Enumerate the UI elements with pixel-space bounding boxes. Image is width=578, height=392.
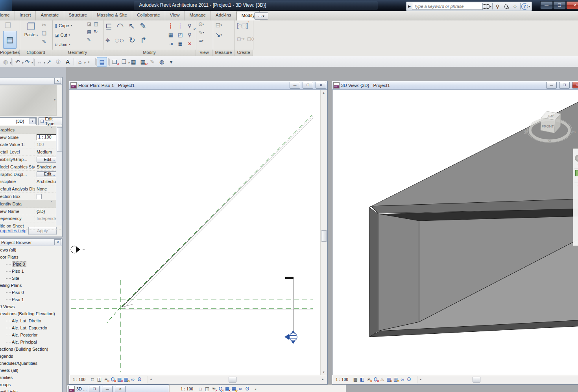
3d-canvas[interactable]: S E W TOP FRONT ✕ ▾ xyxy=(332,90,578,375)
horizontal-scrollbar[interactable]: ◂ ▸ xyxy=(148,376,326,383)
horizontal-scrollbar[interactable]: ◂ ▸ xyxy=(417,376,578,383)
browser-item[interactable]: Piso 1 xyxy=(0,296,62,303)
restore-button[interactable]: ❐ xyxy=(553,1,566,9)
browser-item[interactable]: Legends xyxy=(0,353,62,360)
property-row[interactable]: View Name {3D} ˆ xyxy=(0,208,62,215)
qat-icon[interactable]: ▾ xyxy=(72,57,75,66)
modify-tool-icon[interactable]: ◌○ xyxy=(114,35,124,45)
qat-icon[interactable]: ❐▾ xyxy=(119,57,129,66)
geometry-icon[interactable]: ◪ xyxy=(87,21,91,27)
panel-label[interactable]: Geometry xyxy=(52,50,103,56)
browser-item[interactable]: Alç. Principal xyxy=(0,338,62,346)
geometry-icon[interactable]: ▤ xyxy=(87,29,91,35)
clipboard-icon[interactable]: ✎ xyxy=(42,39,46,44)
create-tool-icon[interactable]: ▢◇ xyxy=(247,36,255,41)
qat-icon[interactable]: ✎▾ xyxy=(148,57,157,66)
view-control-icon[interactable]: Q✕ xyxy=(109,376,116,383)
panel-label[interactable]: Measure xyxy=(213,50,235,56)
minimize-button[interactable]: — xyxy=(290,82,300,89)
scroll-up-icon[interactable]: ▴ xyxy=(321,90,327,96)
close-button[interactable]: ✕ xyxy=(115,386,126,392)
modify-tool-icon[interactable]: ┆ xyxy=(175,21,185,30)
qat-icon[interactable]: ▦▾ xyxy=(129,57,138,66)
qat-icon[interactable]: ❏✕▾ xyxy=(110,57,119,66)
geometry-icon[interactable]: ↻ xyxy=(94,29,98,35)
search-icon[interactable]: ▾ xyxy=(483,3,491,10)
panel-label[interactable]: View xyxy=(196,50,213,56)
view-control-icon[interactable]: ▦✕ xyxy=(116,376,123,383)
modify-tool-icon[interactable]: ◠ xyxy=(117,21,124,31)
chevron-down-icon[interactable]: ▾ xyxy=(30,118,36,124)
restore-button[interactable]: ❐ xyxy=(303,82,313,89)
view-control-icon[interactable]: ∞ xyxy=(237,386,244,392)
close-icon[interactable]: ✕ xyxy=(54,239,61,245)
browser-item[interactable]: Floor Plans xyxy=(0,253,62,261)
checkbox[interactable] xyxy=(37,194,42,199)
minimized-window-titlebar[interactable]: RVT 3D ... ❐ — ✕ xyxy=(67,385,169,392)
property-row[interactable]: Title on Sheet ˆ xyxy=(0,222,62,230)
browser-item[interactable]: Sections (Building Section) xyxy=(0,346,62,353)
project-browser-header[interactable]: Project Browser ✕ xyxy=(0,239,62,246)
scroll-left-icon[interactable]: ◂ xyxy=(255,387,256,391)
search-input[interactable] xyxy=(412,3,483,10)
subscription-key-icon[interactable]: ⚲ xyxy=(493,3,502,10)
cope-button[interactable]: ][ Cope▾ xyxy=(55,21,72,30)
ribbon-tab[interactable]: View xyxy=(165,11,185,20)
view-scale[interactable]: 1 : 100 xyxy=(181,386,193,391)
maximize-button[interactable]: — xyxy=(102,386,113,392)
vertical-scrollbar[interactable]: ▴ ▾ xyxy=(320,90,327,375)
measure-tool-icon[interactable]: ↘▾ xyxy=(215,31,222,39)
browser-item[interactable]: Piso 0 xyxy=(0,261,62,268)
scroll-left-icon[interactable]: ◂ xyxy=(148,376,154,382)
qat-icon[interactable]: ◍▾ xyxy=(1,57,10,66)
browser-item[interactable]: Alç. Posterior xyxy=(0,331,62,338)
scrollbar-thumb[interactable] xyxy=(229,377,236,383)
ribbon-tab[interactable]: Home xyxy=(0,11,15,20)
qat-icon[interactable]: ▦ʘ▾ xyxy=(138,57,148,66)
view-control-icon[interactable]: ☀✕ xyxy=(103,376,109,383)
view-control-icon[interactable]: ▦ʘ xyxy=(123,376,129,383)
browser-item[interactable]: Piso 0 xyxy=(0,289,62,296)
join-button[interactable]: ∪ Join▾ xyxy=(55,40,70,49)
modify-tool-icon[interactable]: ┆ xyxy=(166,21,175,30)
minimize-button[interactable]: — xyxy=(546,82,557,89)
qat-icon[interactable]: ↶▾ xyxy=(13,57,22,66)
edit-type-button[interactable]: ❐ Edit Type xyxy=(38,117,62,125)
ribbon-tab[interactable]: Annotate xyxy=(36,11,64,20)
view-control-icon[interactable]: ▦ʘ xyxy=(392,376,399,383)
browser-item[interactable]: Groups xyxy=(0,381,62,388)
view-control-icon[interactable]: ʘ xyxy=(244,386,251,392)
browser-item[interactable]: Elevations (Building Elevation) xyxy=(0,310,62,317)
close-button[interactable]: ✕ xyxy=(566,1,578,9)
view-scale[interactable]: 1 : 100 xyxy=(336,377,348,382)
modify-tool-icon[interactable]: ✕ xyxy=(185,39,194,48)
minimize-button[interactable]: — xyxy=(540,1,553,9)
modify-tool-icon[interactable]: ▦ xyxy=(166,30,175,39)
floor-plan-titlebar[interactable]: RVT Floor Plan: Piso 1 - Project1 — ❐ ✕ xyxy=(69,81,327,90)
property-row[interactable]: View Scale 1 : 100 ˆ xyxy=(0,134,62,141)
property-row[interactable]: Scale Value 1: 100 ˆ xyxy=(0,141,62,149)
qat-icon[interactable]: ▾ xyxy=(107,57,110,66)
modify-tool-icon[interactable]: ⚲✕ xyxy=(185,21,194,30)
properties-palette-header[interactable]: ✕ xyxy=(0,78,62,85)
qat-icon[interactable]: ⌂▾ xyxy=(75,57,85,66)
browser-item[interactable]: Schedules/Quantities xyxy=(0,360,62,367)
property-row[interactable]: Discipline Architectural ˆ xyxy=(0,178,62,186)
qat-icon[interactable]: ◍▾ xyxy=(157,57,166,66)
view-control-icon[interactable]: Q✕ xyxy=(217,386,224,392)
view-control-icon[interactable]: ▦✕ xyxy=(224,386,231,392)
scroll-left-icon[interactable]: ◂ xyxy=(417,376,423,382)
view-control-icon[interactable]: ♨ xyxy=(379,376,386,383)
ribbon-tab[interactable]: Manage xyxy=(185,11,211,20)
help-dropdown-icon[interactable]: ▾ xyxy=(528,5,530,8)
collapse-icon[interactable]: ˆ xyxy=(51,127,52,131)
property-row[interactable]: Graphics ˆ xyxy=(0,126,62,134)
modify-tool-icon[interactable]: ⌖ xyxy=(105,35,110,45)
ribbon-tab[interactable]: Add-Ins xyxy=(211,11,236,20)
view-control-icon[interactable]: □ xyxy=(197,386,204,392)
modify-tool-icon[interactable]: ↻ xyxy=(129,35,135,45)
3d-view-window[interactable]: RVT 3D View: {3D} - Project1 — ❐ ✕ xyxy=(332,81,578,385)
panel-label[interactable]: Modify xyxy=(103,50,196,56)
restore-button[interactable]: ❐ xyxy=(89,386,100,392)
browser-item[interactable]: Sheets (all) xyxy=(0,367,62,374)
